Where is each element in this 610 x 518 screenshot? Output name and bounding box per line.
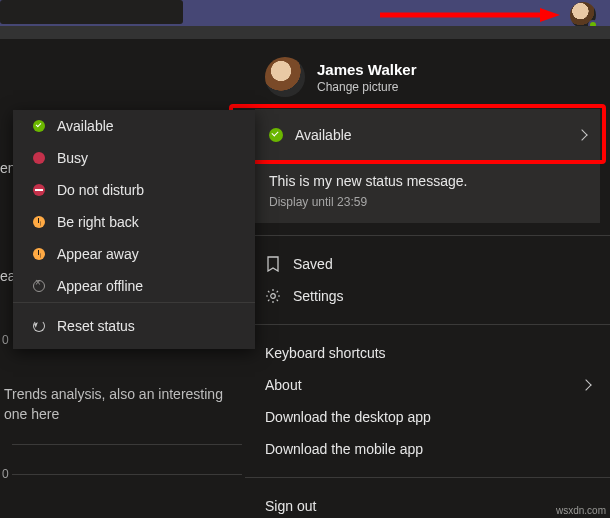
- status-message-expiry: Display until 23:59: [269, 195, 586, 209]
- status-current-label: Available: [295, 127, 352, 143]
- profile-menu-panel: James Walker Change picture Available Th…: [245, 39, 610, 518]
- presence-busy-icon: [33, 152, 45, 164]
- svg-marker-1: [540, 8, 560, 22]
- title-bar: [0, 0, 610, 26]
- status-option-away[interactable]: Appear away: [13, 238, 255, 270]
- menu-label: Settings: [293, 288, 344, 304]
- menu-settings[interactable]: Settings: [245, 280, 610, 312]
- status-submenu: Available Busy Do not disturb Be right b…: [13, 110, 255, 349]
- menu-label: About: [265, 377, 302, 393]
- status-option-available[interactable]: Available: [13, 110, 255, 142]
- status-option-label: Do not disturb: [57, 182, 144, 198]
- status-message-button[interactable]: This is my new status message. Display u…: [255, 161, 600, 223]
- annotation-arrow: [380, 8, 560, 22]
- status-option-brb[interactable]: Be right back: [13, 206, 255, 238]
- presence-dnd-icon: [33, 184, 45, 196]
- bg-axis-tick: 0: [2, 333, 9, 347]
- menu-separator: [245, 235, 610, 236]
- status-reset-label: Reset status: [57, 318, 135, 334]
- menu-download-mobile[interactable]: Download the mobile app: [245, 433, 610, 465]
- menu-label: Download the desktop app: [265, 409, 431, 425]
- menu-saved[interactable]: Saved: [245, 248, 610, 280]
- menu-keyboard-shortcuts[interactable]: Keyboard shortcuts: [245, 337, 610, 369]
- status-option-label: Appear away: [57, 246, 139, 262]
- presence-brb-icon: [33, 216, 45, 228]
- menu-label: Sign out: [265, 498, 316, 514]
- reset-icon: [33, 320, 45, 332]
- bg-divider: [12, 444, 242, 445]
- status-option-label: Appear offline: [57, 278, 143, 294]
- bg-text-snippet: Trends analysis, also an interesting one…: [0, 384, 240, 424]
- svg-point-2: [271, 294, 276, 299]
- profile-name: James Walker: [317, 61, 417, 78]
- status-option-label: Available: [57, 118, 114, 134]
- status-option-label: Busy: [57, 150, 88, 166]
- status-reset[interactable]: Reset status: [13, 303, 255, 349]
- status-selector[interactable]: Available: [255, 109, 600, 161]
- menu-download-desktop[interactable]: Download the desktop app: [245, 401, 610, 433]
- menu-separator: [245, 324, 610, 325]
- menu-separator: [245, 477, 610, 478]
- presence-available-icon: [269, 128, 283, 142]
- presence-available-icon: [33, 120, 45, 132]
- status-option-busy[interactable]: Busy: [13, 142, 255, 174]
- status-option-offline[interactable]: Appear offline: [13, 270, 255, 302]
- menu-label: Keyboard shortcuts: [265, 345, 386, 361]
- status-option-dnd[interactable]: Do not disturb: [13, 174, 255, 206]
- status-option-label: Be right back: [57, 214, 139, 230]
- bg-divider: [12, 474, 242, 475]
- status-message-text: This is my new status message.: [269, 173, 586, 189]
- profile-avatar[interactable]: [265, 57, 305, 97]
- tabstrip-bg: [0, 26, 610, 39]
- menu-about[interactable]: About: [245, 369, 610, 401]
- presence-away-icon: [33, 248, 45, 260]
- search-region[interactable]: [0, 0, 183, 24]
- menu-label: Download the mobile app: [265, 441, 423, 457]
- watermark: wsxdn.com: [556, 505, 606, 516]
- chevron-right-icon: [576, 129, 587, 140]
- profile-header: James Walker Change picture: [245, 39, 610, 109]
- chevron-right-icon: [580, 379, 591, 390]
- profile-avatar-button[interactable]: [570, 2, 596, 28]
- bookmark-icon: [265, 256, 281, 272]
- presence-offline-icon: [33, 280, 45, 292]
- menu-label: Saved: [293, 256, 333, 272]
- bg-axis-tick: 0: [2, 467, 9, 481]
- change-picture-link[interactable]: Change picture: [317, 80, 417, 94]
- gear-icon: [265, 288, 281, 304]
